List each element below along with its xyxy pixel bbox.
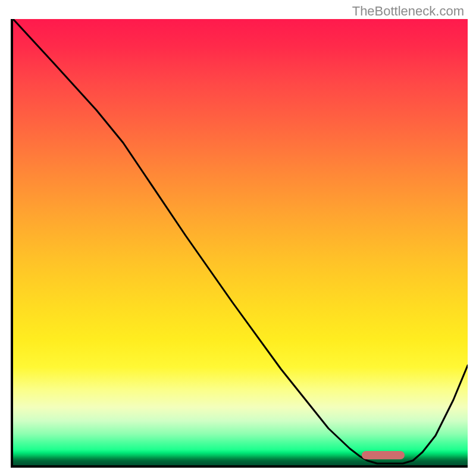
optimal-zone-marker (362, 451, 405, 459)
plot-area (11, 19, 468, 468)
watermark-text: TheBottleneck.com (352, 4, 464, 19)
bottleneck-curve (13, 19, 468, 465)
